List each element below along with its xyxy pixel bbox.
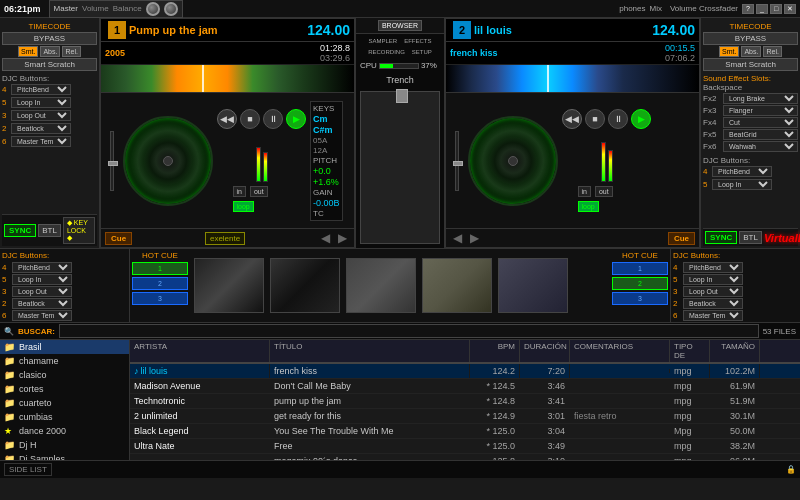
deck2-next-nav[interactable]: ▶ [467,231,482,245]
deck2-pitch-slider[interactable] [450,131,464,191]
djc-right-select-1[interactable]: PitchBend [712,166,772,177]
fx-select-1[interactable]: Long Brake [723,93,798,104]
tree-item-djh[interactable]: 📁 Dj H [0,438,129,452]
deck2-prev-nav[interactable]: ◀ [450,231,465,245]
hot-cue-btn-2[interactable]: 2 [132,277,188,290]
deck2-stop-button[interactable]: ■ [585,109,605,129]
bypass-left-button[interactable]: BYPASS [2,32,97,45]
djc-bl-select-4[interactable]: Beatlock [12,298,72,309]
thumb-2[interactable] [270,258,340,313]
btl-left-button[interactable]: BTL [38,224,61,237]
th-comment[interactable]: COMENTARIOS [570,340,670,362]
deck2-pitch-handle[interactable] [453,161,463,166]
deck1-play-button[interactable]: ▶ [286,109,306,129]
balance-knob[interactable] [164,2,178,16]
tree-item-chamame[interactable]: 📁 chamame [0,354,129,368]
fx-select-3[interactable]: Cut [723,117,798,128]
deck1-pause-button[interactable]: ⏸ [263,109,283,129]
minimize-button[interactable]: _ [756,4,768,14]
deck2-pause-button[interactable]: ⏸ [608,109,628,129]
close-button[interactable]: ✕ [784,4,796,14]
deck1-next-nav[interactable]: ▶ [335,231,350,245]
djc-br-select-3[interactable]: Loop Out [683,286,743,297]
maximize-button[interactable]: □ [770,4,782,14]
hot-cue-btn-3[interactable]: 3 [132,292,188,305]
thumb-3[interactable] [346,258,416,313]
deck1-pitch-slider[interactable] [105,131,119,191]
bypass-right-button[interactable]: BYPASS [703,32,798,45]
tree-item-brasil[interactable]: 📁 Brasil [0,340,129,354]
tree-item-djsamples[interactable]: 📁 Dj Samples [0,452,129,460]
rel-right-button[interactable]: Rel. [763,46,781,57]
thumb-5[interactable] [498,258,568,313]
volume-knob[interactable] [146,2,160,16]
fx-select-2[interactable]: Flanger [723,105,798,116]
djc-br-select-5[interactable]: Master Tempo [683,310,743,321]
tab-setup[interactable]: SETUP [409,47,435,57]
fx-select-5[interactable]: Wahwah [723,141,798,152]
table-row[interactable]: Black Legend You See The Trouble With Me… [130,424,800,439]
djc-left-select-5[interactable]: Master Tempo [11,136,71,147]
btl-right-button[interactable]: BTL [739,231,762,244]
deck1-exelente-button[interactable]: exelente [205,232,245,245]
track-table[interactable]: ARTISTA TÍTULO BPM DURACIÓN COMENTARIOS … [130,340,800,460]
djc-br-select-2[interactable]: Loop In [683,274,743,285]
deck1-stop-button[interactable]: ■ [240,109,260,129]
djc-left-select-2[interactable]: Loop In [11,97,71,108]
djc-bl-select-5[interactable]: Master Tempo [12,310,72,321]
tree-item-cuarteto[interactable]: 📁 cuarteto [0,396,129,410]
sync-left-button[interactable]: SYNC [4,224,36,237]
tab-recording[interactable]: RECORDING [365,47,408,57]
deck1-prev-button[interactable]: ◀◀ [217,109,237,129]
deck2-in-button[interactable]: in [578,186,591,197]
deck2-cue-button[interactable]: Cue [668,232,695,245]
deck2-out-button[interactable]: out [595,186,613,197]
th-size[interactable]: TAMAÑO [710,340,760,362]
smart-scratch-right-button[interactable]: Smart Scratch [703,58,798,71]
thumb-1[interactable] [194,258,264,313]
deck1-vinyl[interactable] [123,116,213,206]
djc-left-select-1[interactable]: PitchBend [11,84,71,95]
status-side-list[interactable]: SIDE LIST [4,463,52,476]
abs-right-button[interactable]: Abs. [741,46,761,57]
smt-left-button[interactable]: Smt. [18,46,38,57]
table-row[interactable]: 2 unlimited get ready for this * 124.9 3… [130,409,800,424]
table-row[interactable]: Madison Avenue Don't Call Me Baby * 124.… [130,379,800,394]
hot-cue-btn-r2[interactable]: 2 [612,277,668,290]
th-duration[interactable]: DURACIÓN [520,340,570,362]
deck2-loop-button[interactable]: loop [578,201,599,212]
abs-left-button[interactable]: Abs. [40,46,60,57]
smart-scratch-left-button[interactable]: Smart Scratch [2,58,97,71]
tree-item-cortes[interactable]: 📁 cortes [0,382,129,396]
djc-left-select-4[interactable]: Beatlock [11,123,71,134]
table-row[interactable]: Technotronic pump up the jam * 124.8 3:4… [130,394,800,409]
djc-br-select-1[interactable]: PitchBend [683,262,743,273]
tree-item-clasico[interactable]: 📁 clasico [0,368,129,382]
deck1-pitch-handle[interactable] [108,161,118,166]
tab-effects[interactable]: EFFECTS [401,36,434,46]
deck1-loop-button[interactable]: loop [233,201,254,212]
djc-bl-select-2[interactable]: Loop In [12,274,72,285]
djc-left-select-3[interactable]: Loop Out [11,110,71,121]
hot-cue-btn-1[interactable]: 1 [132,262,188,275]
crossfader-track[interactable] [360,91,440,244]
tab-sampler[interactable]: SAMPLER [365,36,400,46]
th-type[interactable]: TIPO DE [670,340,710,362]
tab-browser[interactable]: BROWSER [378,20,422,31]
thumb-4[interactable] [422,258,492,313]
deck2-vinyl[interactable] [468,116,558,206]
deck2-prev-button[interactable]: ◀◀ [562,109,582,129]
rel-left-button[interactable]: Rel. [62,46,80,57]
deck1-out-button[interactable]: out [250,186,268,197]
deck1-cue-button[interactable]: Cue [105,232,132,245]
deck1-waveform[interactable] [101,65,354,93]
sync-right-button[interactable]: SYNC [705,231,737,244]
smt-right-button[interactable]: Smt. [719,46,739,57]
fx-select-4[interactable]: BeatGrid [723,129,798,140]
deck1-prev-nav[interactable]: ◀ [318,231,333,245]
key-lock-left-button[interactable]: ◆ KEY LOCK ◆ [63,217,95,244]
search-input[interactable] [59,324,759,338]
sidebar-tree[interactable]: 📁 Brasil 📁 chamame 📁 clasico 📁 cortes 📁 … [0,340,130,460]
hot-cue-btn-r3[interactable]: 3 [612,292,668,305]
th-artist[interactable]: ARTISTA [130,340,270,362]
